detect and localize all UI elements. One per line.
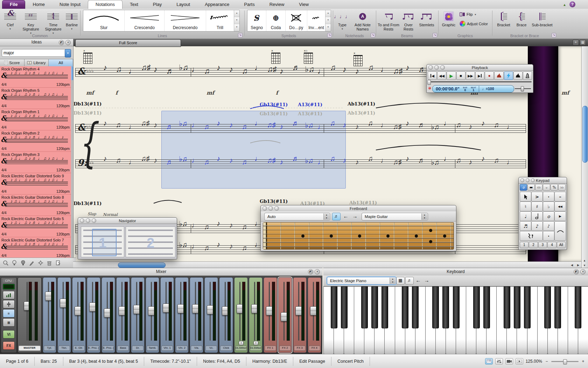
ideas-tab-all[interactable]: All [49,59,73,67]
dynamic-marking[interactable]: mf [86,90,94,96]
ribbon-tab-layout[interactable]: Layout [169,0,197,9]
vertical-scrollbar-thumb[interactable] [582,106,588,163]
edit-passage-indicator[interactable]: Edit Passage [293,357,331,366]
technique-text[interactable]: Normal [103,212,118,217]
bracket-dialog-launcher[interactable]: ↘ [552,33,556,38]
black-key[interactable] [483,286,490,328]
ideas-tab-score[interactable]: Score [0,59,24,67]
guitar-chord-diagram[interactable] [271,53,280,64]
ideas-search-dropdown-icon[interactable]: ▼ [65,49,71,57]
lines-dialog-launcher[interactable]: ↘ [238,33,243,38]
staves-view-button[interactable]: ≡ [3,309,15,318]
keypad-augmentation-dot-button[interactable]: · [543,231,554,241]
black-key[interactable] [341,286,348,328]
black-key[interactable] [361,286,368,328]
playback-titlebar[interactable]: Playback [427,64,533,71]
black-key[interactable] [331,286,337,328]
chord-symbol[interactable]: Gb13(#11) [260,198,288,204]
keypad-tie-slur-button[interactable] [554,221,566,241]
keypad-next-page-button[interactable]: ▶ [554,211,566,221]
technique-text[interactable]: Slap [88,212,96,216]
add-note-names-button[interactable]: A Add Note Names [351,10,374,31]
chord-symbol[interactable]: Ab13(#11) [349,200,377,205]
black-key[interactable] [371,286,378,328]
mixer-strip[interactable]: ●DLSMscD [234,277,248,353]
document-tab-full-score[interactable]: Full Score [75,39,181,47]
vi-button[interactable]: VI [3,330,15,339]
coda-gallery-item[interactable]: ⊕ Coda [266,10,285,31]
video-panel-toggle[interactable] [505,358,513,364]
stop-button[interactable]: ■ [456,71,465,80]
brace-button[interactable]: { Brace [514,10,529,27]
keypad-flat-button[interactable]: ♭ [543,202,554,211]
idea-item[interactable]: Rock Electric Guitar Distorted Solo 7&♪♫… [0,237,71,258]
mixer-strip[interactable]: ●DLSMscD [249,277,262,353]
paste-idea-button[interactable] [55,260,61,266]
dynamic-marking[interactable]: mf [206,90,214,96]
keyboard-instrument-select[interactable]: Electric Stage Piano ▲▼ [327,277,396,285]
previous-chord-button[interactable]: ← [342,213,350,220]
keypad-sharp-button[interactable]: ♯ [531,202,543,211]
lightbulb-button[interactable] [12,260,17,266]
mixer-strip[interactable]: Vln. 2 [175,277,189,353]
keypad-eighth-note-button[interactable]: ♪ [531,221,543,231]
dynamic-marking[interactable]: mf [561,90,569,96]
previous-octave-button[interactable]: ← [414,277,422,284]
mixer-strip[interactable]: FX 4 [308,277,321,353]
sub-bracket-button[interactable]: Sub-bracket [530,10,555,27]
channel-config-button[interactable]: ● [253,341,258,345]
time-signature-button[interactable]: 44 Time Signature▼ [43,10,64,35]
keypad-jazz-articulations-tab[interactable]: ⌣ [543,184,550,191]
metronome-click-button[interactable] [523,71,532,80]
fretboard-graphic[interactable] [263,222,454,250]
keypad-half-note-button[interactable] [531,211,543,221]
guitar-chord-diagram[interactable] [304,53,313,64]
keypad-beams-tremolos-tab[interactable]: ▬ [527,184,535,191]
chord-symbol[interactable]: Db13(#11) [74,110,102,116]
channel-config-button[interactable]: ● [239,341,244,345]
mixer-strip[interactable]: Vla. [190,277,203,353]
keypad-prev-page-button[interactable]: ◀◀ [554,202,566,211]
ideas-scrollbar-thumb[interactable] [71,66,73,80]
scroll-down-icon[interactable]: ▼ [582,264,587,267]
ideas-search-input[interactable] [2,49,69,57]
navigator-page-2[interactable]: 2 [126,226,175,257]
black-key[interactable] [544,286,551,328]
keyboard-detach-button[interactable]: ◩ [574,269,579,274]
help-button[interactable]: ? [569,1,575,7]
tempo-slider-thumb[interactable] [521,86,524,91]
keypad-whole-note-button[interactable]: o [543,211,554,221]
flip-button[interactable]: Flip ▼ [460,12,477,17]
mixer-strip[interactable]: FX 2 [278,277,292,353]
ribbon-tab-text[interactable]: Text [122,0,146,9]
timeline-slider-thumb[interactable] [427,80,431,85]
zoom-slider[interactable] [551,361,579,362]
ribbon-tab-appearance[interactable]: Appearance [197,0,237,9]
mixer-strip[interactable]: Click [219,277,233,353]
mixer-strip[interactable]: Tbn. [57,277,71,353]
black-key[interactable] [524,286,531,328]
fretboard-titlebar[interactable]: Fretboard [261,205,456,212]
chord-symbol[interactable]: Db13(#11) [74,200,102,206]
capture-idea-button[interactable] [3,260,8,266]
beams-dialog-launcher[interactable]: ↘ [433,33,437,38]
black-key[interactable] [402,286,408,328]
black-key[interactable] [514,286,520,328]
symbols-gallery-scroll[interactable]: ▲▼▼ [325,10,331,31]
zoom-slider-thumb[interactable] [563,359,567,364]
idea-item[interactable]: Rock Organ Rhythm 2&♪♫♩♫♪♬♩♫♪♫♩♪4/4120bp… [0,130,71,152]
qwerty-input-toggle[interactable]: ▦ [396,277,405,285]
ribbon-collapse-icon[interactable]: ▲ [563,3,566,7]
flexitime-record-button[interactable] [494,71,503,80]
scroll-right-icon[interactable]: ▶ [575,264,581,267]
ribbon-tab-parts[interactable]: Parts [237,0,262,9]
keypad-natural-button[interactable]: ♮ [520,202,531,211]
play-button[interactable]: ▶ [447,71,456,80]
black-key[interactable] [442,286,449,328]
black-key[interactable] [382,286,388,328]
dynamic-marking[interactable]: f [276,90,278,96]
fretboard-position-select[interactable]: Auto ▲▼ [264,213,330,220]
chord-input-toggle[interactable]: ♬ [405,277,414,285]
live-tempo-button[interactable] [513,71,523,80]
mixer-strip[interactable]: Bass [116,277,130,353]
